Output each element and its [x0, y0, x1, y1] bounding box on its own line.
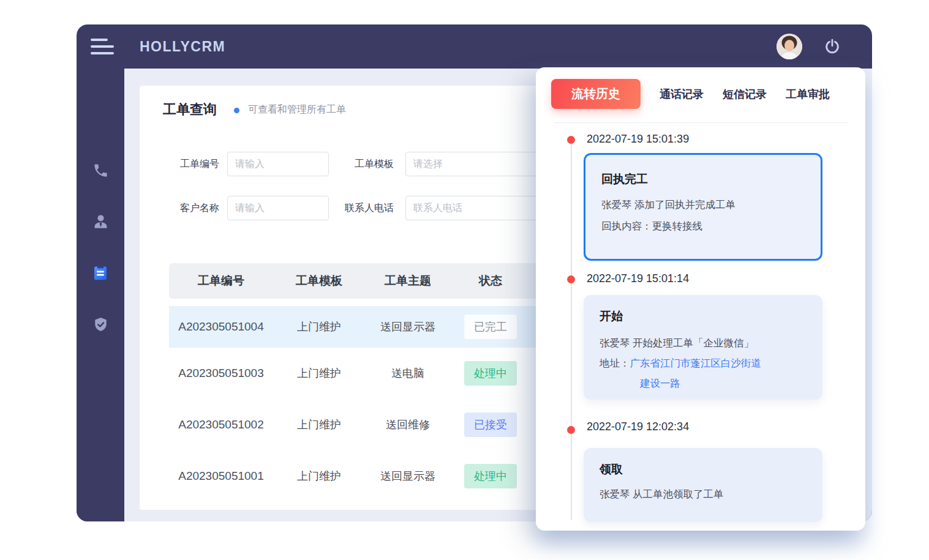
card-title-row: 工单查询 可查看和管理所有工单 — [163, 100, 346, 119]
timeline-dot-icon — [567, 426, 575, 434]
timeline-address-row: 建设一路 — [600, 373, 807, 394]
cell-order-id: A202305051003 — [169, 367, 273, 380]
cell-template: 上门维护 — [273, 319, 365, 334]
bullet-icon — [234, 108, 239, 113]
order-id-input[interactable] — [227, 152, 329, 176]
top-bar: HOLLYCRM — [77, 24, 872, 69]
cell-template: 上门维护 — [273, 366, 365, 381]
status-badge: 处理中 — [464, 464, 517, 488]
menu-icon[interactable] — [91, 39, 114, 54]
customer-name-input[interactable] — [227, 196, 329, 220]
timeline-date: 2022-07-19 12:02:34 — [587, 420, 689, 433]
page-title: 工单查询 — [163, 100, 217, 119]
timeline-dot-icon — [567, 275, 575, 283]
cell-subject: 送电脑 — [365, 366, 451, 381]
app-logo: HOLLYCRM — [140, 39, 225, 55]
security-shield-icon[interactable] — [91, 315, 110, 334]
timeline-address-row: 地址： 广东省江门市蓬江区白沙街道 — [600, 353, 807, 373]
timeline-dot-icon — [567, 136, 575, 144]
timeline-date: 2022-07-19 15:01:14 — [587, 272, 689, 285]
cell-template: 上门维护 — [273, 417, 365, 432]
filter-label-template: 工单模板 — [333, 152, 394, 176]
address-link[interactable]: 建设一路 — [640, 378, 680, 389]
address-link[interactable]: 广东省江门市蓬江区白沙街道 — [630, 353, 762, 373]
cell-template: 上门维护 — [273, 469, 365, 483]
avatar-image — [777, 34, 802, 59]
work-orders-icon[interactable] — [91, 264, 110, 282]
contact-phone-input[interactable] — [405, 196, 543, 220]
timeline-card-line: 张爱琴 开始处理工单「企业微信」 — [600, 333, 807, 353]
status-badge: 已接受 — [464, 413, 517, 437]
user-avatar[interactable] — [777, 34, 802, 59]
contacts-icon[interactable] — [91, 212, 110, 231]
filter-label-contact-phone: 联系人电话 — [333, 196, 394, 220]
history-panel: 流转历史 通话记录 短信记录 工单审批 2022-07-19 15:01:39 … — [536, 67, 865, 531]
address-label: 地址： — [600, 353, 630, 373]
cell-subject: 送回显示器 — [365, 319, 451, 334]
cell-order-id: A202305051001 — [169, 469, 273, 483]
timeline-card-start[interactable]: 开始 张爱琴 开始处理工单「企业微信」 地址： 广东省江门市蓬江区白沙街道 建设… — [584, 295, 822, 400]
timeline-card-line: 回执内容：更换转接线 — [601, 215, 805, 237]
timeline-date: 2022-07-19 15:01:39 — [587, 133, 689, 146]
col-header-subject: 工单主题 — [365, 273, 451, 289]
template-select[interactable] — [405, 152, 543, 176]
col-header-status: 状态 — [451, 273, 530, 289]
timeline-card-title: 领取 — [600, 461, 807, 477]
col-header-template: 工单模板 — [273, 273, 365, 289]
timeline-card-line: 张爱琴 添加了回执并完成工单 — [601, 194, 805, 215]
col-header-order-id: 工单编号 — [169, 273, 273, 289]
screenshot-stage: HOLLYCRM — [0, 0, 929, 560]
filter-label-customer: 客户名称 — [158, 196, 219, 220]
filter-label-order-id: 工单编号 — [158, 152, 219, 176]
status-badge: 处理中 — [464, 361, 517, 386]
timeline-card-title: 回执完工 — [601, 171, 805, 187]
cell-order-id: A202305051002 — [169, 418, 273, 431]
cell-subject: 送回维修 — [365, 417, 451, 432]
timeline-card-claim[interactable]: 领取 张爱琴 从工单池领取了工单 — [584, 448, 822, 522]
timeline-card-title: 开始 — [600, 308, 807, 324]
power-icon[interactable] — [823, 37, 841, 56]
timeline-card-line: 张爱琴 从工单池领取了工单 — [600, 484, 807, 504]
timeline: 2022-07-19 15:01:39 回执完工 张爱琴 添加了回执并完成工单 … — [536, 67, 865, 531]
phone-icon[interactable] — [91, 161, 110, 179]
page-subtitle: 可查看和管理所有工单 — [248, 103, 346, 116]
cell-subject: 送回显示器 — [365, 469, 451, 483]
status-badge: 已完工 — [464, 315, 517, 339]
cell-order-id: A202305051004 — [169, 320, 273, 334]
sidebar-nav — [77, 69, 124, 521]
timeline-connector-line — [571, 143, 572, 520]
timeline-card-receipt-complete[interactable]: 回执完工 张爱琴 添加了回执并完成工单 回执内容：更换转接线 — [584, 153, 822, 261]
